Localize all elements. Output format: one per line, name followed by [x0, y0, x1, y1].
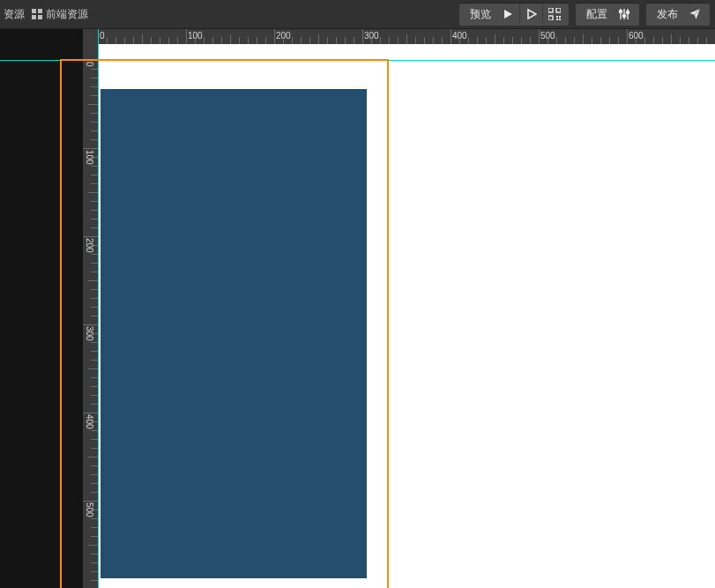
svg-point-16: [619, 10, 622, 12]
ruler-tick: [177, 37, 178, 44]
ruler-tick: [451, 29, 451, 44]
ruler-tick: [662, 37, 663, 44]
preview-play-button[interactable]: [496, 4, 519, 24]
ruler-tick: [521, 37, 522, 44]
ruler-tick: [221, 37, 222, 44]
ruler-tick: [318, 34, 319, 44]
ruler-tick: [424, 37, 425, 44]
ruler-tick: [336, 37, 337, 44]
ruler-tick: [362, 29, 363, 44]
play-icon: [503, 9, 513, 19]
svg-marker-4: [504, 10, 512, 19]
ruler-tick: [83, 324, 98, 325]
ruler-tick: [204, 37, 205, 44]
tab-frontend-resources[interactable]: 前端资源: [28, 0, 92, 28]
ruler-tick: [88, 368, 98, 369]
top-toolbar: 资源 前端资源 预览: [0, 0, 715, 29]
ruler-tick: [91, 130, 98, 131]
config-button[interactable]: [613, 4, 636, 24]
ruler-tick: [301, 37, 302, 44]
ruler-tick: [91, 333, 98, 334]
ruler-tick: [91, 386, 98, 387]
ruler-tick: [91, 465, 98, 466]
ruler-tick: [556, 37, 557, 44]
ruler-tick: [91, 571, 98, 572]
svg-rect-3: [38, 15, 42, 19]
ruler-tick: [539, 29, 540, 44]
ruler-tick: [477, 37, 478, 44]
ruler-tick: [91, 439, 98, 440]
ruler-tick: [91, 69, 98, 70]
ruler-tick: [248, 37, 249, 44]
ruler-tick: [265, 37, 266, 44]
ruler-tick: [88, 457, 98, 458]
left-gutter: [0, 29, 83, 588]
ruler-tick: [257, 37, 257, 44]
ruler-tick: [168, 37, 169, 44]
ruler-tick: [83, 236, 98, 237]
svg-point-17: [622, 14, 625, 17]
ruler-tick: [91, 157, 98, 158]
toolbar-right: 预览: [459, 0, 715, 28]
grid-icon: [32, 9, 42, 19]
play-outline-icon: [526, 9, 537, 19]
svg-rect-12: [559, 16, 561, 18]
ruler-tick: [415, 37, 416, 44]
ruler-tick: [91, 351, 98, 352]
ruler-tick: [406, 34, 407, 44]
ruler-tick: [91, 219, 98, 220]
publish-label: 发布: [650, 7, 683, 22]
ruler-tick: [91, 518, 98, 519]
ruler-tick: [91, 210, 98, 211]
toolbar-left: 资源 前端资源: [0, 0, 92, 28]
ruler-tick: [380, 37, 381, 44]
ruler-tick: [91, 360, 98, 361]
guide-line-vertical[interactable]: [98, 29, 99, 588]
preview-qr-button[interactable]: [542, 4, 565, 24]
ruler-tick: [91, 227, 98, 228]
ruler-tick: [88, 545, 98, 546]
ruler-tick: [689, 37, 689, 44]
ruler-tick: [115, 37, 116, 44]
paper-plane-icon: [689, 8, 701, 20]
ruler-tick: [398, 37, 398, 44]
preview-play-alt-button[interactable]: [519, 4, 542, 24]
ruler-tick: [706, 37, 707, 44]
vertical-ruler[interactable]: 0100200300400500: [83, 29, 98, 588]
ruler-tick: [486, 37, 487, 44]
ruler-tick: [91, 86, 98, 87]
artboard[interactable]: [101, 89, 367, 578]
ruler-tick: [371, 37, 372, 44]
canvas-surface[interactable]: [98, 73, 715, 588]
ruler-tick: [91, 78, 98, 78]
horizontal-ruler[interactable]: 0100200300400500600: [83, 29, 715, 44]
ruler-tick: [124, 37, 125, 44]
svg-marker-5: [528, 10, 536, 19]
ruler-tick: [91, 430, 98, 431]
tab-resources[interactable]: 资源: [0, 0, 28, 28]
config-group: 配置: [576, 3, 639, 26]
guide-line-horizontal[interactable]: [0, 60, 715, 61]
ruler-tick: [151, 37, 152, 44]
ruler-tick: [91, 272, 98, 272]
ruler-tick: [88, 192, 98, 193]
ruler-tick: [609, 37, 610, 44]
ruler-tick: [91, 580, 98, 581]
ruler-tick: [133, 37, 134, 44]
ruler-tick: [91, 122, 98, 123]
ruler-tick: [627, 29, 628, 44]
ruler-tick: [88, 104, 98, 105]
publish-button[interactable]: [683, 4, 706, 24]
ruler-tick: [91, 95, 98, 96]
ruler-tick: [327, 37, 328, 44]
ruler-tick: [91, 175, 98, 175]
ruler-tick: [503, 37, 504, 44]
ruler-tick: [91, 263, 98, 264]
ruler-tick: [107, 37, 108, 44]
ruler-tick: [697, 37, 698, 44]
ruler-tick: [309, 37, 310, 44]
tab-resources-label: 资源: [4, 7, 25, 22]
ruler-tick: [91, 554, 98, 555]
ruler-tick: [354, 37, 354, 44]
ruler-tick: [91, 183, 98, 184]
